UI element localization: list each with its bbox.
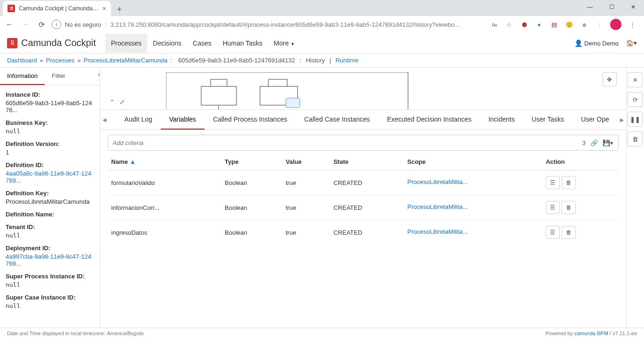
detail-tab-executed-decision-instances[interactable]: Executed Decision Instances [378, 110, 480, 130]
detail-tab-incidents[interactable]: Incidents [480, 110, 523, 130]
minimize-button[interactable]: — [579, 0, 601, 14]
url-text: 3.213.78.250:8080/camunda/app/cockpit/de… [110, 21, 460, 28]
cell-scope: ProcesoLibretaMilita... [404, 170, 542, 195]
nav-human-tasks[interactable]: Human Tasks [217, 34, 268, 53]
col-state[interactable]: State [330, 154, 403, 170]
footer-tz-label: Date and Time displayed in local timezon… [7, 330, 105, 336]
tab-filter[interactable]: Filter [45, 68, 72, 85]
info-item: Tenant ID:null [6, 223, 94, 239]
trash-icon[interactable]: 🗑 [562, 176, 576, 189]
user-icon: 👤 [574, 39, 582, 47]
adblock-icon[interactable]: ⬢ [520, 20, 528, 29]
expand-icon[interactable]: ⤢ [119, 99, 125, 106]
info-label: Definition Name: [6, 211, 94, 218]
trash-icon[interactable]: 🗑 [562, 226, 576, 239]
info-item: Super Case Instance ID:null [6, 294, 94, 309]
breadcrumb: Dashboard » Processes » ProcesoLibretaMi… [0, 54, 644, 68]
cell-state: CREATED [330, 195, 403, 220]
save-icon[interactable]: 💾▾ [603, 139, 613, 146]
forward-button[interactable]: → [20, 19, 31, 30]
info-item: Instance ID:605d6e59-9ab3-11e9-8ab5-1247… [6, 91, 94, 114]
bookmark-icon[interactable]: ☆ [505, 20, 513, 29]
cell-type: Boolean [221, 195, 282, 220]
user-menu[interactable]: 👤 Demo Demo [574, 39, 619, 47]
col-scope[interactable]: Scope [404, 154, 542, 170]
site-info-icon[interactable]: i [52, 20, 61, 29]
crumb-dashboard[interactable]: Dashboard [7, 57, 37, 64]
footer-version: / v7.11.1-ee [610, 330, 637, 336]
detail-tab-called-process-instances[interactable]: Called Process Instances [204, 110, 296, 130]
browser-toolbar-icons: 🗛 ☆ ⬢ ● ▤ 🙂 ◆ | L ⋮ [490, 19, 640, 30]
collapse-up-icon[interactable]: ⌃ [110, 99, 115, 106]
cell-type: Boolean [221, 220, 282, 245]
col-value[interactable]: Value [282, 154, 330, 170]
info-value-link[interactable]: 4aa05a8c-9a98-11e9-8c47-124769... [6, 170, 94, 184]
criteria-input[interactable] [113, 139, 582, 146]
footer-link[interactable]: camunda BPM [574, 330, 608, 336]
cell-action: ☰🗑 [542, 170, 619, 195]
url-box[interactable]: i No es seguro | 3.213.78.250:8080/camun… [52, 20, 485, 29]
cell-value: true [282, 195, 330, 220]
close-button[interactable]: ✕ [628, 72, 643, 87]
tab-close-icon[interactable]: × [102, 5, 106, 12]
center-panel: ⌃ ⤢ ✥ ◀ Audit LogVariablesCalled Process… [100, 68, 626, 328]
crumb-processes[interactable]: Processes [46, 57, 75, 64]
nav-more[interactable]: More ▼ [268, 34, 300, 53]
reload-button[interactable]: ⟳ [36, 19, 47, 30]
left-content[interactable]: Instance ID:605d6e59-9ab3-11e9-8ab5-1247… [0, 85, 100, 328]
new-tab-button[interactable]: + [113, 3, 126, 16]
link-icon[interactable]: 🔗 [590, 139, 598, 146]
crumb-definition[interactable]: ProcesoLibretaMilitarCamunda [84, 57, 167, 64]
back-button[interactable]: ← [4, 19, 15, 30]
table-row: formularioValidoBooleantrueCREATEDProces… [108, 170, 619, 195]
browser-menu-icon[interactable]: ⋮ [628, 20, 636, 29]
footer-tz: America/Bogota [107, 330, 143, 336]
move-icon[interactable]: ✥ [603, 72, 617, 86]
scope-link[interactable]: ProcesoLibretaMilita... [408, 228, 468, 235]
detail-tab-audit-log[interactable]: Audit Log [116, 110, 161, 130]
sort-asc-icon: ▲ [130, 158, 136, 165]
info-value-link[interactable]: 4a997cba-9a98-11e9-8c47-124769... [6, 253, 94, 267]
list-icon[interactable]: ☰ [546, 176, 560, 189]
nav-processes[interactable]: Processes [105, 34, 147, 53]
detail-tab-user-ope[interactable]: User Ope [573, 110, 618, 130]
diagram-area[interactable]: ⌃ ⤢ ✥ [100, 68, 626, 110]
detail-tab-variables[interactable]: Variables [161, 110, 204, 130]
detail-tab-user-tasks[interactable]: User Tasks [523, 110, 573, 130]
extension-icon-2[interactable]: 🙂 [565, 20, 573, 29]
extension-icon-3[interactable]: ◆ [580, 20, 589, 29]
crumb-runtime[interactable]: Runtime [336, 57, 358, 64]
nav-decisions[interactable]: Decisions [147, 34, 187, 53]
detail-tab-called-case-instances[interactable]: Called Case Instances [296, 110, 378, 130]
extension-icon-1[interactable]: ● [535, 20, 543, 29]
home-icon[interactable]: 🏠▾ [626, 39, 637, 46]
maximize-button[interactable]: ☐ [601, 0, 622, 14]
profile-avatar[interactable]: L [610, 19, 621, 30]
browser-tab[interactable]: ⠿ Camunda Cockpit | Camunda Co × [3, 1, 111, 16]
pdf-icon[interactable]: ▤ [550, 20, 558, 29]
app-logo[interactable]: ⠿ Camunda Cockpit [7, 38, 96, 48]
nav-cases[interactable]: Cases [187, 34, 217, 53]
info-value: null [6, 281, 94, 288]
delete-button[interactable]: 🗑 [628, 131, 643, 146]
cell-value: true [282, 170, 330, 195]
info-item: Business Key:null [6, 119, 94, 135]
refresh-button[interactable]: ⟳ [628, 92, 643, 107]
tab-scroll-right[interactable]: ▶ [618, 110, 626, 130]
col-name[interactable]: Name ▲ [108, 154, 221, 170]
address-bar: ← → ⟳ i No es seguro | 3.213.78.250:8080… [0, 16, 644, 33]
tab-scroll-left[interactable]: ◀ [100, 110, 109, 130]
close-window-button[interactable]: ✕ [622, 0, 644, 14]
variables-table: Name ▲ Type Value State Scope Action for… [108, 154, 619, 245]
col-action[interactable]: Action [542, 154, 619, 170]
trash-icon[interactable]: 🗑 [562, 201, 576, 214]
translate-icon[interactable]: 🗛 [490, 20, 498, 29]
scope-link[interactable]: ProcesoLibretaMilita... [408, 178, 468, 185]
list-icon[interactable]: ☰ [546, 226, 560, 239]
cell-name: ingresoDatos [108, 220, 221, 245]
col-type[interactable]: Type [221, 154, 282, 170]
scope-link[interactable]: ProcesoLibretaMilita... [408, 203, 468, 210]
list-icon[interactable]: ☰ [546, 201, 560, 214]
tab-information[interactable]: Information [0, 68, 45, 85]
pause-button[interactable]: ❚❚ [628, 112, 643, 127]
